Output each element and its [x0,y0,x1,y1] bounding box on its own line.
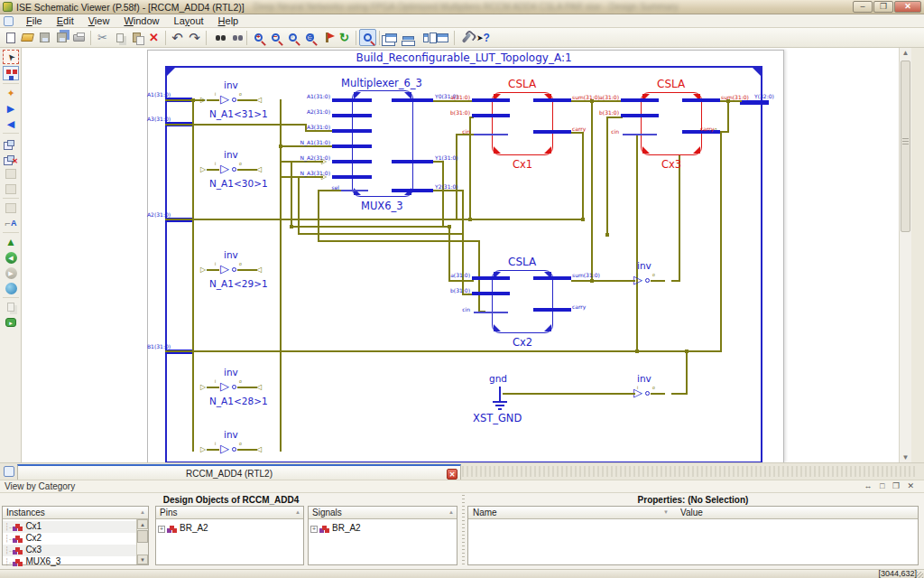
csla-pin[interactable] [474,134,508,135]
signal-item-br-a2[interactable]: +BR_A2 [309,523,457,535]
highlight-icon[interactable]: ✦ [3,86,19,100]
signals-header[interactable]: Signals▲ [309,507,457,519]
scroll-up-icon[interactable]: ▲ [137,519,148,529]
zoom-fit-icon[interactable]: ⊞ [301,29,319,46]
instance-item-cx3[interactable]: ┆--Cx3 [3,545,148,556]
mux-pin[interactable] [392,98,433,102]
sort-asc-icon[interactable]: ▲ [448,509,454,515]
save-icon[interactable] [36,29,53,46]
mux-pin[interactable] [392,160,433,163]
mux-block[interactable] [352,90,413,197]
view-hierarchy-icon[interactable] [3,66,19,80]
zoom-marker-icon[interactable] [319,29,336,46]
zoom-out-icon[interactable]: − [267,29,284,46]
tile-horizontal-icon[interactable] [400,29,417,46]
scroll-down-icon[interactable]: ▼ [137,555,148,564]
csla-pin[interactable] [682,98,720,102]
scroll-down-icon[interactable]: ▼ [900,453,911,461]
mux-pin[interactable] [332,175,372,179]
pins-header[interactable]: Pins▲ [156,507,303,519]
inverter-gate[interactable]: ▷i▷o◁ [200,443,265,457]
new-icon[interactable] [2,29,19,46]
csla-pin[interactable] [472,98,510,102]
inverter-gate[interactable]: i▷o [623,274,677,288]
panel-window-icons[interactable]: ↔ □ ❐ ✕ [864,481,917,490]
csla-pin[interactable] [621,114,659,117]
sort-desc-icon[interactable]: ▼ [663,509,669,515]
refresh-icon[interactable]: ↻ [336,29,353,46]
select-pointer-icon[interactable]: ➤ [3,50,19,64]
menu-layout[interactable]: Layout [167,15,211,26]
tile-vertical-icon[interactable] [417,29,434,46]
inverter-gate[interactable]: i▷o [623,387,677,401]
web-browse-icon[interactable] [3,281,19,295]
zoom-in-icon[interactable]: + [250,29,267,46]
up-level-icon[interactable]: ▲ [3,235,19,249]
minimize-button[interactable]: ‒ [853,1,873,13]
mux-pin[interactable] [332,98,372,102]
menu-file[interactable]: File [19,15,50,26]
properties-value-column[interactable]: Value [676,507,918,519]
instances-header[interactable]: Instances▲ [3,507,148,519]
cascade-windows-icon[interactable] [383,29,400,46]
instance-item-cx1[interactable]: ┆--Cx1 [3,521,148,533]
cut-icon[interactable]: ✂ [94,29,111,46]
open-icon[interactable] [19,29,36,46]
csla-pin[interactable] [533,130,571,134]
mux-pin[interactable] [392,189,433,192]
find-icon[interactable] [209,29,226,46]
schematic-canvas[interactable]: Build_Reconfigurable_LUT_Topology_A:1 A1… [22,48,911,462]
sort-asc-icon[interactable]: ▲ [140,509,145,515]
expand-icon[interactable]: + [310,526,318,533]
mux-pin[interactable] [332,129,372,133]
paste-icon[interactable] [128,29,145,46]
pop-out-of-block-icon[interactable]: ◀ [3,117,19,131]
menu-help[interactable]: Help [211,15,246,26]
zoom-area-icon[interactable]: ▫ [284,29,301,46]
save-all-icon[interactable] [53,29,70,46]
instance-item-cx2[interactable]: ┆--Cx2 [3,533,148,545]
resize-grip[interactable] [917,572,923,578]
instances-scrollbar[interactable]: ▲ ▼ [136,519,148,564]
menu-window[interactable]: Window [116,15,166,26]
inverter-gate[interactable]: ▷i▷o◁ [200,163,265,177]
csla-pin[interactable] [472,276,510,280]
title-bar[interactable]: ISE Schematic Viewer (P.58f) - [RCCM_ADD… [0,0,924,14]
sort-asc-icon[interactable]: ▲ [295,509,300,515]
back-icon[interactable]: ◀ [3,250,19,265]
mux-pin[interactable] [332,160,372,163]
whats-this-help-icon[interactable]: ➤? [475,29,492,46]
csla-pin[interactable] [623,134,657,135]
print-icon[interactable] [70,29,88,46]
arrange-windows-icon[interactable] [434,29,451,46]
mux-pin[interactable] [332,144,372,148]
csla-pin[interactable] [533,308,571,312]
scroll-up-icon[interactable]: ▲ [900,49,911,57]
mux-pin[interactable] [332,114,372,117]
menu-edit[interactable]: Edit [50,15,81,26]
menu-view[interactable]: View [81,15,117,26]
tab-rccm-add4[interactable]: RCCM_ADD4 (RTL2) ✕ [17,464,461,480]
csla-pin[interactable] [533,276,571,280]
scrollbar-thumb[interactable] [901,61,910,232]
tab-close-icon[interactable]: ✕ [447,469,457,480]
gnd-symbol[interactable] [499,387,501,401]
new-window-view-icon[interactable] [3,135,19,150]
marker-note-icon[interactable]: ▸ [3,315,19,330]
canvas-vscrollbar[interactable]: ▲ ▼ [899,48,911,462]
copy-icon[interactable] [111,29,128,46]
close-view-icon[interactable]: ✕ [3,151,19,165]
csla-pin[interactable] [472,292,510,295]
push-into-block-icon[interactable]: ▶ [3,101,19,116]
find-in-files-icon[interactable] [226,29,244,46]
expand-icon[interactable]: + [158,526,165,533]
scrollbar-thumb[interactable] [137,530,148,543]
inverter-gate[interactable]: ▷i▷o◁ [200,263,265,277]
select-mode-icon[interactable] [359,29,376,46]
pin-item-br-a2[interactable]: +BR_A2 [156,523,303,535]
csla-pin[interactable] [533,98,571,102]
csla-pin[interactable] [472,114,510,117]
port-y-out[interactable] [740,100,769,105]
delete-icon[interactable]: ✕ [145,29,162,46]
csla-pin[interactable] [621,98,659,102]
